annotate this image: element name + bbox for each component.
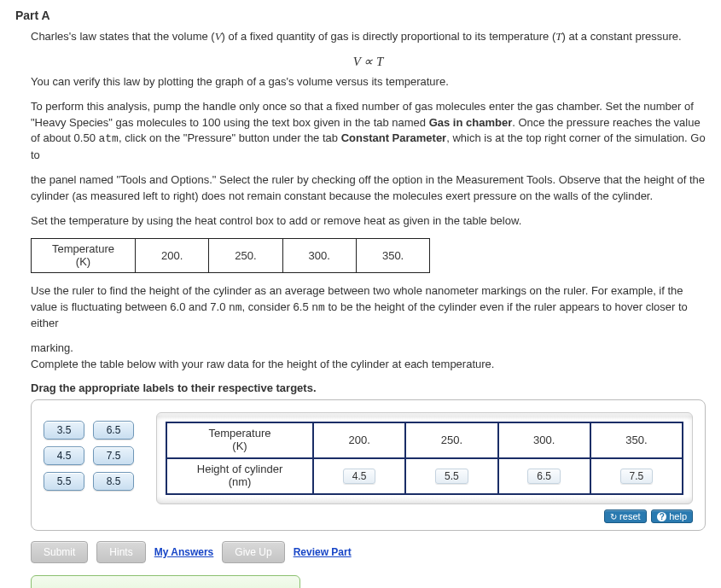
help-button[interactable]: ?help xyxy=(651,509,693,523)
complete-table-paragraph: marking. Complete the table below with y… xyxy=(31,341,706,373)
drop-target-area: Temperature (K) 200. 250. 300. 350. Heig… xyxy=(156,412,693,504)
feedback-box: Correct xyxy=(31,575,300,588)
action-bar: Submit Hints My Answers Give Up Review P… xyxy=(31,541,706,563)
ruler-paragraph: Use the ruler to find the height of the … xyxy=(31,283,706,333)
text: ) at a constant pressure. xyxy=(561,30,681,43)
text: Temperature xyxy=(209,427,271,440)
temperature-cell: 350. xyxy=(356,238,429,272)
drop-slot[interactable]: 4.5 xyxy=(313,458,405,494)
target-cell: 300. xyxy=(498,422,590,458)
drag-instruction: Drag the appropriate labels to their res… xyxy=(31,381,706,394)
temperature-table: Temperature (K) 200. 250. 300. 350. xyxy=(31,238,430,273)
target-cell: 250. xyxy=(405,422,497,458)
verify-paragraph: You can verify this law by plotting the … xyxy=(31,74,706,90)
temperature-header: Temperature (K) xyxy=(32,238,136,272)
text: ) of a fixed quantity of gas is directly… xyxy=(222,30,556,43)
reset-button[interactable]: ↻reset xyxy=(604,509,646,523)
temperature-cell: 200. xyxy=(135,238,208,272)
gas-in-chamber-label: Gas in chamber xyxy=(429,116,513,129)
submit-button[interactable]: Submit xyxy=(31,541,88,563)
target-row-header: Temperature (K) xyxy=(166,422,313,458)
temperature-instruction: Set the temperature by using the heat co… xyxy=(31,213,706,230)
review-part-link[interactable]: Review Part xyxy=(294,546,352,558)
drag-tile[interactable]: 7.5 xyxy=(93,446,134,465)
target-row-header: Height of cylinder (nm) xyxy=(166,458,313,494)
target-cell: 350. xyxy=(590,422,683,458)
part-title: Part A xyxy=(15,9,706,22)
dropped-value: 5.5 xyxy=(435,469,468,484)
drag-tile[interactable]: 3.5 xyxy=(44,421,84,440)
my-answers-link[interactable]: My Answers xyxy=(154,546,214,558)
text: Temperature xyxy=(52,242,114,255)
dropped-value: 7.5 xyxy=(620,469,654,484)
equation: V ∝ T xyxy=(31,54,706,69)
intro-paragraph: Charles's law states that the volume (V)… xyxy=(31,29,706,45)
variable-v: V xyxy=(215,30,222,43)
text: reset xyxy=(619,511,640,521)
text: (K) xyxy=(232,440,247,452)
text: (K) xyxy=(76,255,90,268)
unit-atm: atm xyxy=(99,132,119,145)
target-cell: 200. xyxy=(313,422,405,458)
dropped-value: 4.5 xyxy=(343,469,376,484)
drag-tile[interactable]: 6.5 xyxy=(93,421,134,440)
constant-parameter-label: Constant Parameter xyxy=(341,131,447,144)
text: Height of cylinder xyxy=(197,463,282,475)
temperature-cell: 300. xyxy=(282,238,356,272)
reload-icon: ↻ xyxy=(610,512,617,521)
setup-paragraph-1: To perform this analysis, pump the handl… xyxy=(31,99,706,164)
unit-nm: nm xyxy=(311,301,325,314)
text: help xyxy=(669,511,687,521)
drop-slot[interactable]: 6.5 xyxy=(498,458,590,494)
setup-paragraph-2: the panel named "Tools and Options." Sel… xyxy=(31,172,706,205)
unit-nm: nm xyxy=(229,301,242,314)
text: , click on the "Pressure" button under t… xyxy=(119,131,341,144)
text: Charles's law states that the volume ( xyxy=(31,30,215,43)
text: , consider 6.5 xyxy=(242,300,312,313)
drop-slot[interactable]: 5.5 xyxy=(405,458,497,494)
dropped-value: 6.5 xyxy=(527,469,561,484)
hints-button[interactable]: Hints xyxy=(96,541,145,563)
temperature-cell: 250. xyxy=(209,238,282,272)
drag-tile[interactable]: 8.5 xyxy=(93,472,134,491)
target-table: Temperature (K) 200. 250. 300. 350. Heig… xyxy=(166,422,683,495)
text: (nm) xyxy=(229,475,252,488)
label-bank: 3.5 6.5 4.5 7.5 5.5 8.5 xyxy=(44,412,134,491)
drag-tile[interactable]: 4.5 xyxy=(44,446,84,465)
drop-slot[interactable]: 7.5 xyxy=(590,458,683,494)
question-icon: ? xyxy=(657,512,666,521)
drag-tile[interactable]: 5.5 xyxy=(44,472,84,491)
give-up-button[interactable]: Give Up xyxy=(222,541,284,563)
drag-drop-panel: 3.5 6.5 4.5 7.5 5.5 8.5 Temperature (K) … xyxy=(31,399,706,531)
